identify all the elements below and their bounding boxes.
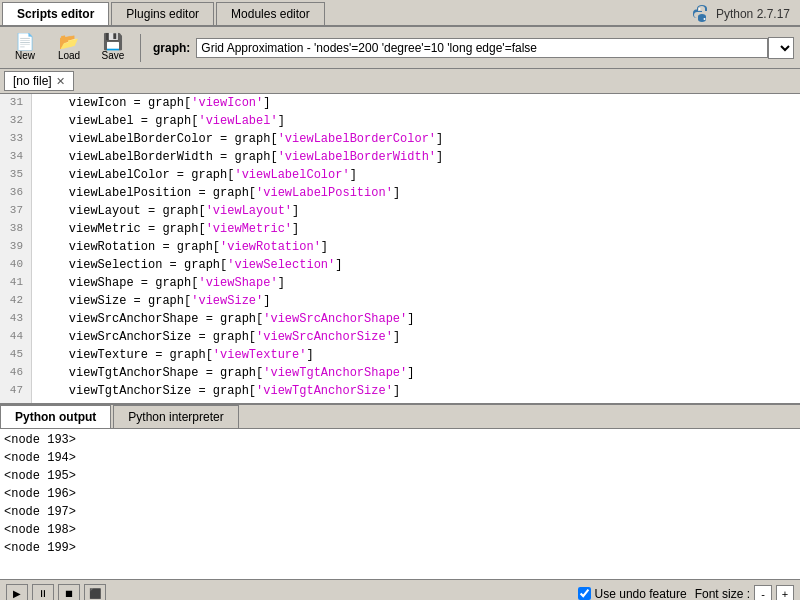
- font-size-label: Font size :: [695, 587, 750, 601]
- python-logo-icon: [692, 4, 712, 24]
- stop-button[interactable]: ⏹: [58, 584, 80, 601]
- line-number: 41: [0, 274, 32, 292]
- debug-button[interactable]: ⬛: [84, 584, 106, 601]
- line-code: viewTgtAnchorSize = graph['viewTgtAnchor…: [32, 382, 400, 400]
- line-code: viewSrcAnchorShape = graph['viewSrcAncho…: [32, 310, 414, 328]
- file-tab: [no file] ✕: [4, 71, 74, 91]
- line-number: 40: [0, 256, 32, 274]
- line-code: viewTgtAnchorShape = graph['viewTgtAncho…: [32, 364, 414, 382]
- table-row: 36 viewLabelPosition = graph['viewLabelP…: [0, 184, 800, 202]
- font-size-control: Font size : - +: [695, 585, 794, 601]
- new-label: New: [15, 50, 35, 61]
- line-number: 38: [0, 220, 32, 238]
- table-row: 39 viewRotation = graph['viewRotation']: [0, 238, 800, 256]
- line-number: 35: [0, 166, 32, 184]
- table-row: 37 viewLayout = graph['viewLayout']: [0, 202, 800, 220]
- list-item: <node 196>: [4, 485, 796, 503]
- line-number: 45: [0, 346, 32, 364]
- file-tab-close-button[interactable]: ✕: [56, 75, 65, 88]
- top-tab-bar: Scripts editor Plugins editor Modules ed…: [0, 0, 800, 27]
- list-item: <node 199>: [4, 539, 796, 557]
- toolbar: 📄 New 📂 Load 💾 Save graph:: [0, 27, 800, 69]
- tab-python-output[interactable]: Python output: [0, 405, 111, 428]
- list-item: <node 193>: [4, 431, 796, 449]
- list-item: <node 198>: [4, 521, 796, 539]
- undo-feature-wrap: Use undo feature: [578, 587, 687, 601]
- toolbar-separator: [140, 34, 141, 62]
- code-editor[interactable]: 31 viewIcon = graph['viewIcon']32 viewLa…: [0, 94, 800, 404]
- table-row: 33 viewLabelBorderColor = graph['viewLab…: [0, 130, 800, 148]
- list-item: <node 197>: [4, 503, 796, 521]
- list-item: <node 194>: [4, 449, 796, 467]
- svg-point-0: [698, 8, 700, 10]
- output-tab-bar: Python output Python interpreter: [0, 405, 800, 429]
- graph-label: graph:: [153, 41, 190, 55]
- tab-python-interpreter[interactable]: Python interpreter: [113, 405, 238, 428]
- table-row: 40 viewSelection = graph['viewSelection'…: [0, 256, 800, 274]
- table-row: 42 viewSize = graph['viewSize']: [0, 292, 800, 310]
- line-code: viewIcon = graph['viewIcon']: [32, 94, 270, 112]
- line-code: viewSize = graph['viewSize']: [32, 292, 270, 310]
- top-tabs-left: Scripts editor Plugins editor Modules ed…: [2, 2, 327, 25]
- line-number: 33: [0, 130, 32, 148]
- table-row: 32 viewLabel = graph['viewLabel']: [0, 112, 800, 130]
- line-code: viewLabelColor = graph['viewLabelColor']: [32, 166, 357, 184]
- line-code: viewSelection = graph['viewSelection']: [32, 256, 342, 274]
- new-button[interactable]: 📄 New: [6, 31, 44, 64]
- status-bar: ▶ ⏸ ⏹ ⬛ Use undo feature Font size : - +: [0, 579, 800, 600]
- line-number: 42: [0, 292, 32, 310]
- python-version-label: Python 2.7.17: [692, 4, 798, 24]
- pause-button[interactable]: ⏸: [32, 584, 54, 601]
- line-code: viewLabelBorderColor = graph['viewLabelB…: [32, 130, 443, 148]
- table-row: 31 viewIcon = graph['viewIcon']: [0, 94, 800, 112]
- line-number: 43: [0, 310, 32, 328]
- table-row: 41 viewShape = graph['viewShape']: [0, 274, 800, 292]
- line-code: viewLayout = graph['viewLayout']: [32, 202, 299, 220]
- list-item: <node 195>: [4, 467, 796, 485]
- tab-plugins-editor[interactable]: Plugins editor: [111, 2, 214, 25]
- tab-modules-editor[interactable]: Modules editor: [216, 2, 325, 25]
- play-button[interactable]: ▶: [6, 584, 28, 601]
- table-row: 45 viewTexture = graph['viewTexture']: [0, 346, 800, 364]
- line-code: viewMetric = graph['viewMetric']: [32, 220, 299, 238]
- output-section: Python output Python interpreter <node 1…: [0, 404, 800, 579]
- table-row: 44 viewSrcAnchorSize = graph['viewSrcAnc…: [0, 328, 800, 346]
- line-code: viewLabel = graph['viewLabel']: [32, 112, 285, 130]
- file-tab-name: [no file]: [13, 74, 52, 88]
- line-code: viewLabelPosition = graph['viewLabelPosi…: [32, 184, 400, 202]
- undo-checkbox[interactable]: [578, 587, 591, 600]
- load-icon: 📂: [59, 34, 79, 50]
- save-icon: 💾: [103, 34, 123, 50]
- save-button[interactable]: 💾 Save: [94, 31, 132, 64]
- graph-dropdown[interactable]: [768, 37, 794, 59]
- file-tab-bar: [no file] ✕: [0, 69, 800, 94]
- line-number: 32: [0, 112, 32, 130]
- font-decrease-button[interactable]: -: [754, 585, 772, 601]
- table-row: 34 viewLabelBorderWidth = graph['viewLab…: [0, 148, 800, 166]
- graph-input[interactable]: [196, 38, 768, 58]
- graph-input-wrap: [196, 37, 794, 59]
- line-number: 36: [0, 184, 32, 202]
- save-label: Save: [102, 50, 125, 61]
- line-code: viewRotation = graph['viewRotation']: [32, 238, 328, 256]
- line-code: viewLabelBorderWidth = graph['viewLabelB…: [32, 148, 443, 166]
- output-content[interactable]: <node 193><node 194><node 195><node 196>…: [0, 429, 800, 579]
- line-number: 46: [0, 364, 32, 382]
- load-label: Load: [58, 50, 80, 61]
- status-right: Use undo feature Font size : - +: [578, 585, 794, 601]
- table-row: 46 viewTgtAnchorShape = graph['viewTgtAn…: [0, 364, 800, 382]
- table-row: 43 viewSrcAnchorShape = graph['viewSrcAn…: [0, 310, 800, 328]
- line-code: viewShape = graph['viewShape']: [32, 274, 285, 292]
- status-controls: ▶ ⏸ ⏹ ⬛: [6, 584, 106, 601]
- line-code: viewSrcAnchorSize = graph['viewSrcAnchor…: [32, 328, 400, 346]
- table-row: 35 viewLabelColor = graph['viewLabelColo…: [0, 166, 800, 184]
- new-icon: 📄: [15, 34, 35, 50]
- load-button[interactable]: 📂 Load: [50, 31, 88, 64]
- font-increase-button[interactable]: +: [776, 585, 794, 601]
- svg-point-1: [703, 18, 705, 20]
- line-number: 44: [0, 328, 32, 346]
- line-code: viewTexture = graph['viewTexture']: [32, 346, 314, 364]
- line-number: 37: [0, 202, 32, 220]
- tab-scripts-editor[interactable]: Scripts editor: [2, 2, 109, 25]
- undo-label: Use undo feature: [595, 587, 687, 601]
